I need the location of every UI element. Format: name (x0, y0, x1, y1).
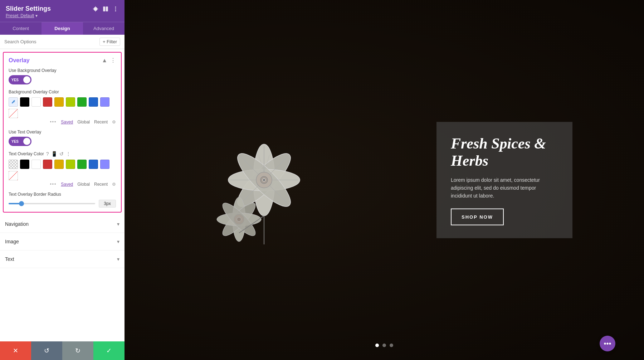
shop-now-button[interactable]: SHOP NOW (451, 208, 504, 225)
navigation-section[interactable]: Navigation ▾ (0, 215, 125, 233)
toc-lavender-swatch[interactable] (100, 160, 109, 169)
bg-blue-swatch[interactable] (89, 97, 98, 107)
text-section[interactable]: Text ▾ (0, 250, 125, 268)
toc-label: Text Overlay Color (9, 151, 44, 156)
overlay-section-header: Overlay ▲ ⋮ (9, 57, 116, 64)
bg-gear-icon[interactable]: ⚙ (112, 120, 116, 125)
toc-more-icon[interactable]: ⋮ (66, 151, 71, 157)
navigation-chevron: ▾ (117, 221, 119, 227)
toc-global-tab[interactable]: Global (77, 182, 90, 187)
bg-green-swatch[interactable] (77, 97, 87, 107)
border-radius-slider-row: 3px (9, 200, 116, 208)
dot-1[interactable] (375, 344, 379, 347)
toc-white-swatch[interactable] (31, 160, 41, 169)
more-icon[interactable] (112, 6, 119, 12)
border-radius-section: Text Overlay Border Radius 3px (9, 192, 116, 208)
bg-white-swatch[interactable] (31, 97, 41, 107)
bottom-toolbar: ✕ ↺ ↻ ✓ (0, 341, 125, 360)
cancel-button[interactable]: ✕ (0, 341, 31, 360)
slider-value[interactable]: 3px (99, 200, 116, 208)
toc-help-icon[interactable]: ? (46, 151, 49, 157)
toc-green-swatch[interactable] (77, 160, 87, 169)
toc-color-row (9, 160, 116, 180)
tab-content[interactable]: Content (0, 22, 42, 35)
svg-point-26 (263, 179, 265, 181)
svg-point-36 (237, 217, 241, 222)
toggle-text-yes: YES (9, 140, 19, 143)
toc-saved-tab[interactable]: Saved (61, 182, 73, 187)
svg-rect-2 (106, 6, 108, 11)
tab-design[interactable]: Design (42, 22, 83, 35)
bg-lime-swatch[interactable] (66, 97, 75, 107)
toc-blue-swatch[interactable] (89, 160, 98, 169)
bg-global-tab[interactable]: Global (77, 120, 90, 125)
text-chevron: ▾ (117, 256, 119, 262)
toc-yellow-swatch[interactable] (54, 160, 64, 169)
toc-black-swatch[interactable] (20, 160, 29, 169)
settings-panel: Slider Settings Preset: Default ▾ Conten… (0, 0, 125, 360)
bg-overlay-color-section: Background Overlay Color ••• (9, 89, 116, 125)
columns-icon[interactable] (102, 6, 109, 12)
toc-phone-icon[interactable]: 📱 (51, 151, 57, 157)
filter-button[interactable]: + Filter (99, 38, 120, 46)
toc-more-dots[interactable]: ••• (50, 182, 57, 187)
fab-button[interactable]: ••• (600, 336, 615, 351)
dot-3[interactable] (390, 344, 393, 347)
svg-rect-1 (103, 6, 105, 11)
toc-color-row-actions: ••• Saved Global Recent ⚙ (9, 182, 116, 187)
overlay-header-actions: ▲ ⋮ (102, 57, 116, 64)
use-bg-overlay-label: Use Background Overlay (9, 68, 116, 73)
toc-checker-swatch[interactable] (9, 160, 18, 169)
undo-button[interactable]: ↺ (31, 341, 62, 360)
toc-gear-icon[interactable]: ⚙ (112, 182, 116, 187)
bg-lavender-swatch[interactable] (100, 97, 109, 107)
collapse-icon[interactable]: ▲ (102, 57, 107, 64)
search-input[interactable] (4, 39, 97, 44)
dot-2[interactable] (382, 344, 386, 347)
image-label: Image (5, 239, 19, 244)
bg-recent-tab[interactable]: Recent (94, 120, 108, 125)
search-bar: + Filter (0, 35, 125, 49)
settings-icon[interactable] (92, 6, 99, 12)
bg-eyedropper-swatch[interactable] (9, 97, 18, 107)
bg-black-swatch[interactable] (20, 97, 29, 107)
more-overlay-icon[interactable]: ⋮ (110, 57, 116, 64)
image-section[interactable]: Image ▾ (0, 233, 125, 250)
bg-color-row (9, 97, 116, 118)
text-overlay-color-section: Text Overlay Color ? 📱 ↺ ⋮ (9, 151, 116, 187)
bg-overlay-toggle[interactable]: YES (9, 75, 31, 84)
use-text-overlay-row: Use Text Overlay YES (9, 130, 116, 146)
text-overlay-toggle[interactable]: YES (9, 137, 31, 146)
overlay-section-title: Overlay (9, 57, 30, 64)
text-overlay-box: Fresh Spices & Herbs Lorem ipsum dolor s… (436, 122, 572, 238)
svg-point-3 (115, 6, 116, 8)
use-text-overlay-label: Use Text Overlay (9, 130, 116, 135)
bg-yellow-swatch[interactable] (54, 97, 64, 107)
preview-background: Fresh Spices & Herbs Lorem ipsum dolor s… (125, 0, 644, 360)
toc-lime-swatch[interactable] (66, 160, 75, 169)
panel-content: Overlay ▲ ⋮ Use Background Overlay YES B… (0, 49, 125, 341)
toc-reset-icon[interactable]: ↺ (59, 151, 64, 157)
bg-saved-tab[interactable]: Saved (61, 120, 73, 125)
tab-advanced[interactable]: Advanced (83, 22, 125, 35)
bg-red-swatch[interactable] (43, 97, 52, 107)
slider-track[interactable] (9, 203, 95, 204)
navigation-label: Navigation (5, 221, 29, 227)
bg-more-dots[interactable]: ••• (50, 120, 57, 125)
bg-diagonal-swatch[interactable] (9, 109, 18, 118)
border-radius-label: Text Overlay Border Radius (9, 192, 116, 197)
toc-red-swatch[interactable] (43, 160, 52, 169)
toc-recent-tab[interactable]: Recent (94, 182, 108, 187)
toc-diagonal-swatch[interactable] (9, 171, 18, 180)
preview-area: Fresh Spices & Herbs Lorem ipsum dolor s… (125, 0, 644, 360)
toc-label-row: Text Overlay Color ? 📱 ↺ ⋮ (9, 151, 116, 157)
panel-header-left: Slider Settings Preset: Default ▾ (6, 5, 51, 18)
panel-preset[interactable]: Preset: Default ▾ (6, 13, 51, 18)
slider-thumb[interactable] (19, 201, 24, 206)
preview-body: Lorem ipsum dolor sit amet, consectetur … (451, 176, 558, 200)
image-chevron: ▾ (117, 239, 119, 244)
save-button[interactable]: ✓ (93, 341, 125, 360)
slider-dots (375, 344, 393, 347)
redo-button[interactable]: ↻ (62, 341, 93, 360)
toggle-text-knob (23, 138, 30, 145)
